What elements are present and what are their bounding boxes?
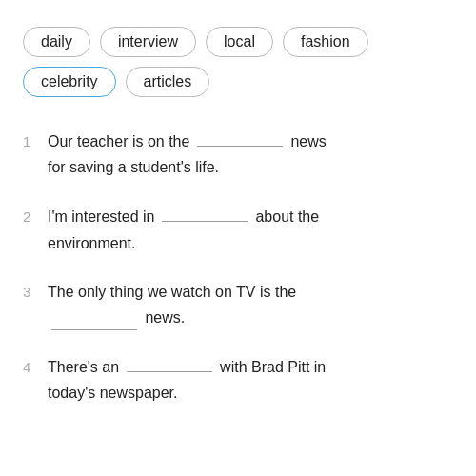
- word-chip-articles[interactable]: articles: [126, 67, 210, 97]
- question-number-4: 4: [23, 355, 40, 380]
- word-chip-celebrity[interactable]: celebrity: [23, 67, 116, 97]
- word-chip-fashion[interactable]: fashion: [283, 27, 368, 57]
- question-continuation-1: for saving a student's life.: [48, 154, 453, 180]
- answer-blank-2[interactable]: [162, 203, 248, 222]
- question-before-3: The only thing we watch on TV is the: [48, 279, 296, 305]
- word-chip-daily[interactable]: daily: [23, 27, 90, 57]
- question-continuation-2: environment.: [48, 230, 453, 256]
- question-after-3: news.: [141, 309, 185, 326]
- question-after-4: with Brad Pitt in: [220, 354, 326, 380]
- answer-blank-3[interactable]: [51, 311, 137, 330]
- question-before-4: There's an: [48, 354, 119, 380]
- question-item-4: 4There's anwith Brad Pitt intoday's news…: [23, 353, 453, 406]
- questions-container: 1Our teacher is on thenewsfor saving a s…: [23, 128, 453, 407]
- question-continuation-3: news.: [48, 305, 453, 330]
- answer-blank-4[interactable]: [127, 353, 212, 372]
- answer-blank-1[interactable]: [197, 128, 283, 147]
- question-after-1: news: [290, 129, 326, 154]
- word-chip-interview[interactable]: interview: [100, 27, 196, 57]
- question-continuation-4: today's newspaper.: [48, 380, 453, 406]
- question-item-2: 2I'm interested inabout theenvironment.: [23, 203, 453, 255]
- question-number-3: 3: [23, 280, 40, 305]
- question-item-1: 1Our teacher is on thenewsfor saving a s…: [23, 128, 453, 180]
- question-after-2: about the: [255, 204, 319, 229]
- question-before-1: Our teacher is on the: [48, 129, 189, 154]
- question-before-2: I'm interested in: [48, 204, 154, 229]
- question-item-3: 3The only thing we watch on TV is the ne…: [23, 279, 453, 330]
- question-number-1: 1: [23, 129, 40, 154]
- question-number-2: 2: [23, 205, 40, 229]
- word-bank: dailyinterviewlocalfashioncelebrityartic…: [23, 19, 453, 97]
- word-chip-local[interactable]: local: [206, 27, 273, 57]
